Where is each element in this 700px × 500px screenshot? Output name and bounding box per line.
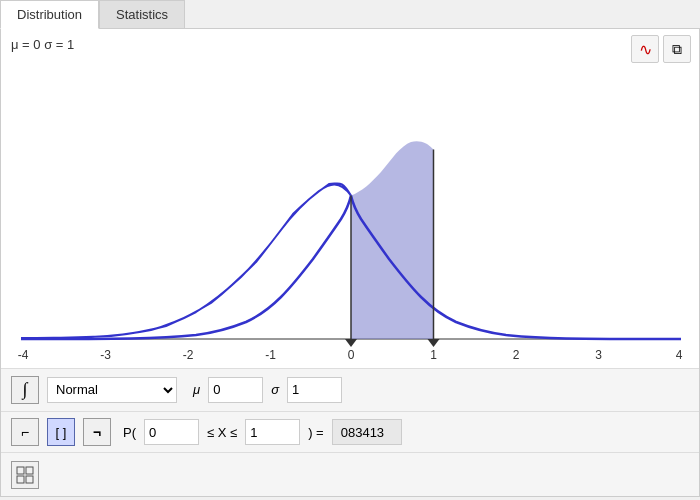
distribution-select[interactable]: NormaltChi-SquareFExponentialUniformBino… <box>47 377 177 403</box>
svg-rect-17 <box>17 476 24 483</box>
right-bracket-btn[interactable]: ⌐ <box>11 418 39 446</box>
left-bracket-btn[interactable]: ¬ <box>83 418 111 446</box>
params-display: μ = 0 σ = 1 <box>11 37 74 52</box>
external-link-btn[interactable]: ⧉ <box>663 35 691 63</box>
result-display: 083413 <box>332 419 402 445</box>
tab-distribution[interactable]: Distribution <box>0 0 99 29</box>
sigma-label: σ <box>271 382 279 397</box>
external-icon: ⧉ <box>672 41 682 58</box>
wave-icon: ∿ <box>639 40 652 59</box>
svg-text:-3: -3 <box>100 348 111 362</box>
sigma-input[interactable]: 1 <box>287 377 342 403</box>
svg-text:0: 0 <box>348 348 355 362</box>
grid-row <box>1 452 699 496</box>
mu-input[interactable]: 0 <box>208 377 263 403</box>
grid-icon-btn[interactable] <box>11 461 39 489</box>
chart-area: -4 -3 -2 -1 0 1 2 3 4 <box>1 69 699 359</box>
integral-icon-btn[interactable]: ∫ <box>11 376 39 404</box>
svg-text:-4: -4 <box>18 348 29 362</box>
grid-icon <box>16 466 34 484</box>
svg-marker-4 <box>345 339 357 347</box>
svg-text:4: 4 <box>676 348 683 362</box>
probability-row: ⌐ [ ] ¬ P( 0 ≤ X ≤ 1 ) = 083413 <box>1 411 699 453</box>
svg-rect-15 <box>17 467 24 474</box>
svg-text:-2: -2 <box>183 348 194 362</box>
tab-statistics[interactable]: Statistics <box>99 0 185 28</box>
main-area: μ = 0 σ = 1 ∿ ⧉ <box>0 29 700 497</box>
top-icon-buttons: ∿ ⧉ <box>631 35 691 63</box>
le-x-le-label: ≤ X ≤ <box>207 425 237 440</box>
prob-to-input[interactable]: 1 <box>245 419 300 445</box>
distribution-row: ∫ NormaltChi-SquareFExponentialUniformBi… <box>1 369 699 411</box>
controls-area: ∫ NormaltChi-SquareFExponentialUniformBi… <box>1 368 699 496</box>
tab-bar: Distribution Statistics <box>0 0 700 29</box>
svg-text:1: 1 <box>430 348 437 362</box>
svg-text:3: 3 <box>595 348 602 362</box>
svg-rect-18 <box>26 476 33 483</box>
svg-text:2: 2 <box>513 348 520 362</box>
svg-text:-1: -1 <box>265 348 276 362</box>
distribution-chart: -4 -3 -2 -1 0 1 2 3 4 <box>1 69 700 364</box>
sigma-value: σ = 1 <box>44 37 74 52</box>
mu-value: μ = 0 <box>11 37 41 52</box>
svg-marker-5 <box>428 339 440 347</box>
distribution-shape-icon-btn[interactable]: ∿ <box>631 35 659 63</box>
svg-rect-16 <box>26 467 33 474</box>
eq-label: ) = <box>308 425 324 440</box>
both-brackets-btn[interactable]: [ ] <box>47 418 75 446</box>
mu-label: μ <box>193 382 200 397</box>
prob-from-input[interactable]: 0 <box>144 419 199 445</box>
p-label: P( <box>123 425 136 440</box>
